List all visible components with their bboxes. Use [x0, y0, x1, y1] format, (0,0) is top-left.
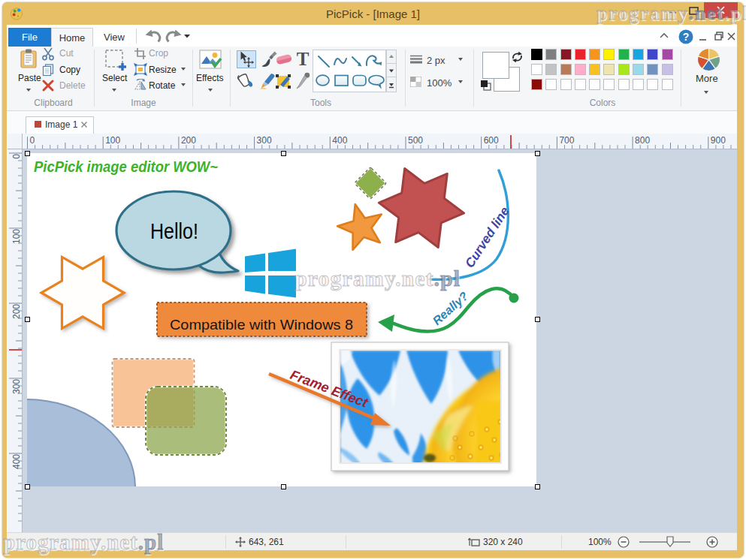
svg-text:600: 600 — [484, 135, 499, 146]
svg-text:PicPick image editor WOW~: PicPick image editor WOW~ — [34, 158, 218, 175]
svg-text:800: 800 — [635, 135, 650, 146]
svg-text:400: 400 — [11, 454, 22, 469]
svg-text:200: 200 — [181, 135, 196, 146]
svg-text:?: ? — [683, 31, 690, 43]
svg-text:Hello!: Hello! — [150, 218, 198, 243]
svg-text:T: T — [297, 50, 310, 68]
svg-text:Compatible with Windows 8: Compatible with Windows 8 — [170, 317, 353, 333]
svg-text:0: 0 — [11, 154, 22, 159]
svg-text:100: 100 — [105, 135, 120, 146]
svg-text:400: 400 — [332, 135, 347, 146]
svg-text:900: 900 — [711, 135, 726, 146]
svg-text:200: 200 — [11, 304, 22, 319]
svg-text:700: 700 — [559, 135, 574, 146]
svg-text:0: 0 — [30, 135, 35, 146]
svg-text:300: 300 — [257, 135, 272, 146]
svg-text:500: 500 — [408, 135, 423, 146]
svg-text:300: 300 — [11, 379, 22, 394]
svg-text:100: 100 — [11, 229, 22, 244]
